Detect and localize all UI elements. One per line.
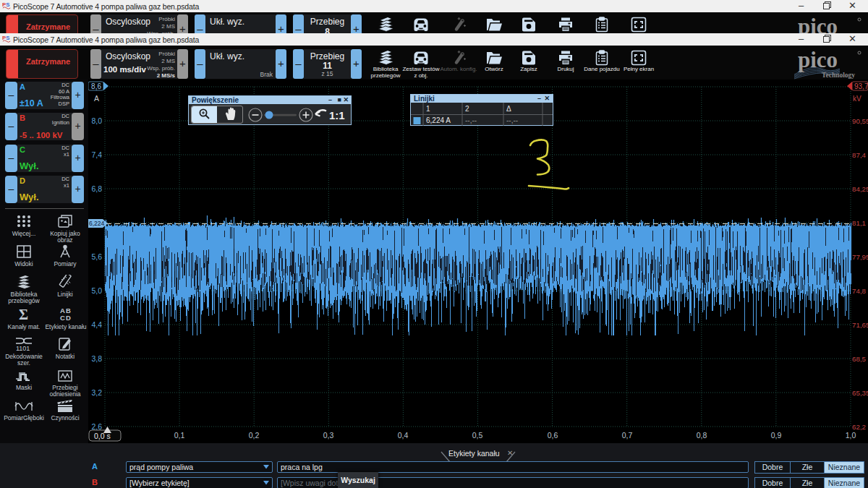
svg-text:5,0: 5,0 bbox=[91, 286, 102, 295]
svg-text:Δ: Δ bbox=[506, 105, 511, 113]
svg-text:8,6: 8,6 bbox=[91, 82, 101, 90]
svg-text:8,0: 8,0 bbox=[91, 116, 102, 125]
svg-text:81,1: 81,1 bbox=[852, 219, 866, 227]
svg-text:--,--: --,-- bbox=[465, 116, 477, 124]
svg-text:pico: pico bbox=[798, 47, 838, 72]
svg-text:87,4: 87,4 bbox=[852, 151, 867, 159]
svg-text:62,2: 62,2 bbox=[852, 423, 866, 431]
svg-text:kV: kV bbox=[853, 95, 861, 103]
svg-text:0,9: 0,9 bbox=[771, 431, 782, 440]
svg-text:1101: 1101 bbox=[16, 345, 30, 351]
svg-text:0,7: 0,7 bbox=[622, 431, 633, 440]
svg-text:2,6: 2,6 bbox=[91, 422, 102, 431]
svg-text:0,2: 0,2 bbox=[249, 431, 260, 440]
svg-text:D: D bbox=[66, 314, 71, 322]
svg-text:0,4: 0,4 bbox=[398, 431, 409, 440]
svg-text:pico: pico bbox=[798, 14, 838, 33]
svg-text:3,8: 3,8 bbox=[91, 354, 102, 363]
svg-text:7,4: 7,4 bbox=[91, 150, 102, 159]
svg-text:0,8: 0,8 bbox=[697, 431, 707, 440]
svg-text:C: C bbox=[60, 314, 65, 322]
svg-text:2: 2 bbox=[465, 105, 469, 113]
svg-text:77,95: 77,95 bbox=[852, 253, 868, 261]
svg-text:A: A bbox=[94, 94, 99, 103]
svg-text:6,224 A: 6,224 A bbox=[426, 116, 451, 124]
svg-text:Technology: Technology bbox=[822, 72, 855, 79]
svg-text:90,55: 90,55 bbox=[852, 117, 868, 125]
svg-text:0,5: 0,5 bbox=[472, 431, 483, 440]
svg-text:3,2: 3,2 bbox=[91, 388, 102, 397]
svg-text:6,8: 6,8 bbox=[91, 184, 102, 193]
svg-text:1:1: 1:1 bbox=[329, 109, 345, 121]
svg-text:6,224: 6,224 bbox=[89, 220, 105, 227]
svg-text:74,8: 74,8 bbox=[852, 287, 867, 295]
svg-text:71,65: 71,65 bbox=[852, 321, 868, 329]
svg-text:93,7: 93,7 bbox=[854, 82, 868, 90]
svg-text:65,35: 65,35 bbox=[852, 389, 868, 397]
svg-text:--,--: --,-- bbox=[506, 116, 518, 124]
svg-text:0,3: 0,3 bbox=[323, 431, 334, 440]
svg-text:84,25: 84,25 bbox=[852, 185, 868, 193]
svg-text:Σ: Σ bbox=[19, 307, 28, 322]
svg-text:S: S bbox=[6, 1, 9, 8]
svg-text:5,6: 5,6 bbox=[91, 252, 102, 261]
svg-text:1,0: 1,0 bbox=[846, 431, 856, 440]
svg-text:0,6: 0,6 bbox=[548, 431, 558, 440]
svg-text:1: 1 bbox=[426, 105, 430, 113]
svg-text:0,1: 0,1 bbox=[174, 431, 185, 440]
svg-text:S: S bbox=[6, 35, 9, 41]
svg-text:68,5: 68,5 bbox=[852, 355, 867, 363]
svg-text:4,4: 4,4 bbox=[91, 320, 102, 329]
